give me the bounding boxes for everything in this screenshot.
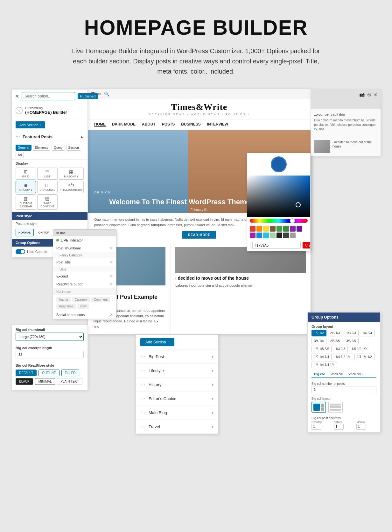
color-hex-input[interactable]: [252, 242, 301, 249]
swatch-cyan[interactable]: [263, 233, 269, 238]
layout-btn-3-5-2-5[interactable]: 3/5 2/5: [344, 338, 359, 344]
excerpt-remove[interactable]: ✕: [110, 274, 113, 278]
color-clear-button[interactable]: Clear: [303, 242, 311, 248]
nav-business[interactable]: BUSINESS: [181, 122, 200, 127]
post-title-remove[interactable]: ✕: [110, 260, 113, 264]
tab-general[interactable]: General: [16, 145, 32, 151]
color-hue-slider[interactable]: [250, 219, 308, 223]
readmore-style-row2: BLACK MINIMAL PLAIN TEXT: [12, 378, 88, 387]
tablet-col: Tablet: [334, 421, 354, 430]
color-gradient-area[interactable]: [247, 176, 310, 217]
display-page-content-item[interactable]: ▤ PAGE CONTENT: [37, 194, 58, 210]
tab-ad[interactable]: Ad: [16, 152, 24, 158]
swatch-light-green[interactable]: [270, 233, 276, 238]
tablet-input[interactable]: [334, 424, 344, 430]
swatch-violet[interactable]: [250, 233, 256, 238]
swatch-dark-green[interactable]: [283, 226, 289, 232]
nav-home[interactable]: HOME: [94, 122, 106, 127]
excerpt-length-input[interactable]: [16, 351, 84, 358]
mobile-input[interactable]: [356, 424, 366, 430]
layout-btn-half-half[interactable]: 1/2 1/2: [312, 330, 326, 336]
display-html-item[interactable]: </> HTML/Shortcode: [59, 181, 84, 193]
display-list-item[interactable]: ☰ LIST: [37, 168, 58, 180]
tab-big-col[interactable]: Big col: [312, 371, 327, 378]
search-input[interactable]: [22, 92, 75, 100]
tab-elements[interactable]: Elements: [33, 145, 51, 151]
color-gradient-cursor[interactable]: [296, 202, 301, 207]
masonry-icon: ▦: [60, 169, 82, 174]
swatch-purple[interactable]: [290, 226, 296, 232]
tab-small-col-2[interactable]: Small col 2: [345, 371, 366, 377]
excerpt-label: Excerpt: [56, 274, 68, 278]
layout-btn-1-3-2-3[interactable]: 1/3 2/3: [344, 330, 359, 336]
swatch-red[interactable]: [250, 226, 256, 232]
social-share-remove[interactable]: ✕: [110, 313, 113, 317]
swatch-gray[interactable]: [290, 233, 296, 238]
style-black-btn[interactable]: BLACK: [16, 378, 33, 385]
layout-btn-triple-2[interactable]: 1/3 0/3: [333, 346, 348, 352]
swatch-green[interactable]: [276, 226, 282, 232]
section-bigpost-label: Big Post: [149, 354, 208, 359]
display-carousel-item[interactable]: ◫ CAROUSEL: [37, 181, 58, 193]
swatch-black[interactable]: [276, 233, 282, 238]
layout-btn-triple-4[interactable]: 1/2 1/4 1/4: [312, 354, 332, 360]
nav-about[interactable]: ABOUT: [142, 122, 156, 127]
display-group1-item[interactable]: ▣ GROUP 1: [16, 181, 36, 193]
swatch-orange[interactable]: [256, 226, 262, 232]
sidebar-thumb-text: I decided to move out of the house: [332, 140, 377, 148]
color-hue-thumb[interactable]: [290, 218, 295, 223]
section-collapse-icon[interactable]: ▲: [80, 134, 84, 139]
display-grid-item[interactable]: ⊞ GRID: [16, 168, 36, 180]
style-normal[interactable]: NORMAL: [16, 229, 34, 236]
layout-btn-1-4-3-4[interactable]: 1/4 3/4: [360, 330, 375, 336]
section-item-lifestyle[interactable]: ⋯ Lifestyle ▾: [136, 363, 218, 377]
style-minimal-btn[interactable]: MINIMAL: [35, 378, 55, 385]
tab-small-col[interactable]: Small col: [327, 371, 345, 377]
nav-dark-mode[interactable]: DARK MODE: [112, 122, 136, 127]
section-item-bigpost[interactable]: ⋯ Big Post ▾: [136, 349, 218, 363]
big-col-layout-list-opt[interactable]: [328, 402, 343, 413]
layout-btn-2-5-3-5[interactable]: 2/5 3/5: [328, 338, 343, 344]
layout-btn-quad[interactable]: 1/4 1/4 1/4 1/4: [312, 362, 337, 368]
section-item-history[interactable]: ⋯ History ▾: [136, 377, 218, 392]
swatch-dark-purple[interactable]: [297, 226, 302, 232]
thumbnail-select[interactable]: Large (720x480): [16, 333, 84, 341]
featured-posts-row[interactable]: ⋯ Featured Posts ▲: [12, 132, 88, 142]
layout-btn-triple-1[interactable]: 1/5 1/5 3/5: [312, 346, 332, 352]
hide-controls-toggle[interactable]: [16, 249, 25, 254]
nav-posts[interactable]: POSTS: [162, 122, 175, 127]
layout-btn-3-4-1-4[interactable]: 3/4 1/4: [312, 338, 326, 344]
style-default-btn[interactable]: DEFAULT: [16, 370, 37, 376]
post-thumbnail-remove[interactable]: ✕: [110, 246, 113, 250]
style-on-top[interactable]: ON TOP: [36, 229, 52, 236]
swatch-yellow[interactable]: [263, 226, 269, 232]
big-col-layout-grid-opt[interactable]: [312, 402, 326, 413]
section-add-button[interactable]: Add Section +: [140, 338, 174, 346]
section-item-travel[interactable]: ⋯ Travel ▾: [136, 420, 218, 434]
layout-btn-2-3[interactable]: 2/3 1/3: [328, 330, 343, 336]
layout-btn-triple-6[interactable]: 1/4 1/4 1/2: [354, 354, 374, 360]
style-plaintext-btn[interactable]: PLAIN TEXT: [57, 378, 82, 385]
tab-section[interactable]: Section: [66, 145, 81, 151]
back-button[interactable]: ‹: [16, 107, 23, 114]
layout-btn-triple-5[interactable]: 1/4 1/2 1/4: [333, 354, 353, 360]
style-outline-btn[interactable]: OUTLINE: [38, 370, 59, 376]
desktop-input[interactable]: [312, 424, 321, 430]
section-item-main-blog[interactable]: ⋯ Main Blog ▾: [136, 406, 218, 420]
layout-btn-triple-3[interactable]: 1/5 1/9 1/9: [349, 346, 369, 352]
wp-close-button[interactable]: ✕: [15, 93, 19, 99]
display-masonry-item[interactable]: ▦ MASONRY: [59, 168, 84, 180]
add-section-button[interactable]: Add Section +: [16, 121, 45, 128]
controls-panel: In use LIVE Indicator Post Thumbnail ✕ F…: [53, 229, 116, 319]
tab-query[interactable]: Query: [52, 145, 65, 151]
swatch-brown[interactable]: [270, 226, 276, 232]
nav-interview[interactable]: INTERVIEW: [207, 122, 228, 127]
read-more-button[interactable]: READ MORE: [182, 231, 216, 239]
big-col-posts-input[interactable]: [312, 386, 376, 393]
section-item-editors-choice[interactable]: ⋯ Editor's Choice ▾: [136, 392, 218, 406]
swatch-dark-gray[interactable]: [283, 233, 289, 238]
swatch-blue[interactable]: [256, 233, 262, 238]
readmore-remove[interactable]: ✕: [110, 282, 113, 286]
style-filled-btn[interactable]: FILLED: [61, 370, 79, 376]
display-sidebar-item[interactable]: ▥ CUSTOM SIDEBAR: [16, 194, 36, 210]
